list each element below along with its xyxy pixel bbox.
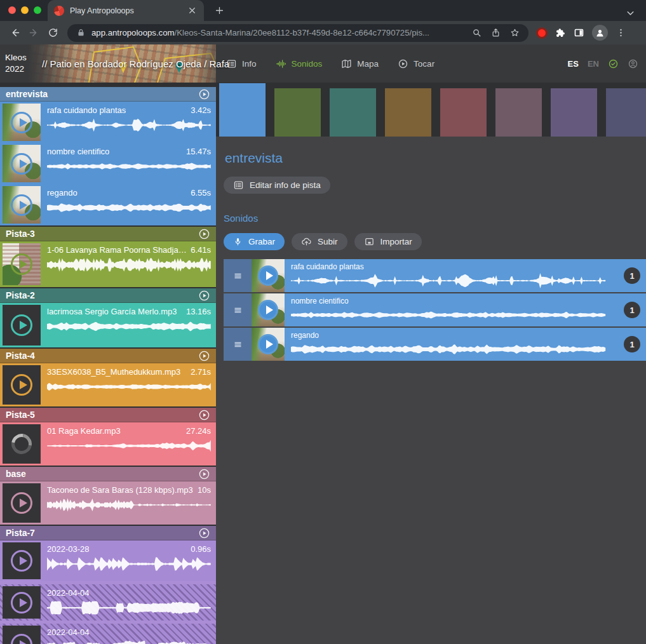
track-swatch[interactable] xyxy=(606,88,646,137)
tracks-sidebar: entrevista rafa cuidando plantas3.42s no… xyxy=(0,83,216,644)
tab-info[interactable]: Info xyxy=(226,58,257,69)
sound-row[interactable]: rafa cuidando plantas 1 xyxy=(224,259,646,292)
track-swatch-strip xyxy=(216,83,646,137)
sound-thumbnail[interactable] xyxy=(252,328,285,361)
audio-clip[interactable]: rafa cuidando plantas3.42s xyxy=(0,102,216,143)
upload-button[interactable]: Subir xyxy=(292,233,347,250)
drag-handle[interactable] xyxy=(224,328,252,361)
sound-row[interactable]: nombre cientifico 1 xyxy=(224,293,646,326)
track-play-button[interactable] xyxy=(198,350,210,362)
edit-track-info-button[interactable]: Editar info de pista xyxy=(224,177,330,194)
browser-tab[interactable]: Play Antropoloops xyxy=(48,0,204,21)
audio-clip[interactable]: 2022-04-04 xyxy=(0,581,216,621)
clip-thumbnail[interactable] xyxy=(3,542,41,579)
track-header[interactable]: Pista-5 xyxy=(0,408,216,422)
audio-clip[interactable]: 01 Raga Kedar.mp327.24s xyxy=(0,422,216,466)
audio-clip[interactable]: 33ESX6038_B5_Muthedukkum.mp32.71s xyxy=(0,363,216,406)
clip-thumbnail[interactable] xyxy=(3,305,41,345)
audio-clip[interactable]: regando6.55s xyxy=(0,184,216,225)
play-icon xyxy=(11,112,32,133)
side-panel-icon[interactable] xyxy=(574,27,584,38)
extension-cluster xyxy=(536,25,626,41)
track-header[interactable]: Pista-7 xyxy=(0,526,216,540)
drag-handle[interactable] xyxy=(224,259,252,292)
share-icon[interactable] xyxy=(491,28,501,37)
new-tab-button[interactable] xyxy=(210,1,228,19)
clip-thumbnail[interactable] xyxy=(3,586,41,619)
track-section-base: base Taconeo de Sara Baras (128 kbps).mp… xyxy=(0,467,216,525)
clip-thumbnail[interactable] xyxy=(3,243,41,285)
account-icon[interactable] xyxy=(628,58,638,69)
reload-button[interactable] xyxy=(43,23,62,43)
audio-clip[interactable]: nombre cientifico15.47s xyxy=(0,143,216,184)
track-play-button[interactable] xyxy=(198,290,210,302)
tab-search-chevron-icon[interactable] xyxy=(624,7,636,18)
lang-en-button[interactable]: EN xyxy=(588,59,599,69)
track-swatch[interactable] xyxy=(274,88,321,137)
audio-clip[interactable]: 2022-04-04 xyxy=(0,621,216,644)
track-swatch[interactable] xyxy=(330,88,376,137)
play-icon xyxy=(11,153,32,175)
track-play-button[interactable] xyxy=(198,409,210,421)
waveform xyxy=(47,380,211,394)
track-swatch[interactable] xyxy=(440,88,487,137)
sound-row[interactable]: regando 1 xyxy=(224,328,646,361)
audio-clip[interactable]: lacrimosa Sergio García Merlo.mp313.16s xyxy=(0,303,216,347)
clip-thumbnail[interactable] xyxy=(3,626,41,644)
track-swatch[interactable] xyxy=(385,88,431,137)
tab-close-icon[interactable] xyxy=(186,5,198,17)
track-play-button[interactable] xyxy=(198,527,210,539)
track-header[interactable]: Pista-2 xyxy=(0,288,216,303)
sound-thumbnail[interactable] xyxy=(252,293,285,326)
audio-clip[interactable]: Taconeo de Sara Baras (128 kbps).mp310s xyxy=(0,481,216,525)
track-header[interactable]: base xyxy=(0,467,216,481)
clip-thumbnail[interactable] xyxy=(3,145,41,182)
track-header[interactable]: entrevista xyxy=(0,87,216,102)
track-swatch[interactable] xyxy=(495,88,542,137)
browser-menu-kebab-icon[interactable] xyxy=(616,27,626,38)
sound-thumbnail[interactable] xyxy=(252,259,285,292)
clip-thumbnail[interactable] xyxy=(3,186,41,224)
track-play-button[interactable] xyxy=(198,228,210,240)
bookmark-star-icon[interactable] xyxy=(510,28,520,37)
record-button[interactable]: Grabar xyxy=(224,233,285,250)
track-swatch[interactable] xyxy=(551,88,597,137)
saved-check-icon[interactable] xyxy=(608,58,619,69)
track-swatch[interactable] xyxy=(219,83,266,137)
clip-thumbnail[interactable] xyxy=(3,424,41,464)
url-bar[interactable]: app.antropoloops.com/Kleos-Santa-Marina/… xyxy=(67,24,528,42)
sound-name: regando xyxy=(291,331,319,340)
import-box-icon xyxy=(364,236,375,247)
window-close-button[interactable] xyxy=(8,6,16,14)
clip-thumbnail[interactable] xyxy=(3,104,41,141)
extensions-puzzle-icon[interactable] xyxy=(555,27,566,38)
audio-clip[interactable]: 2022-03-280.96s xyxy=(0,540,216,581)
play-icon xyxy=(258,300,278,320)
back-button[interactable] xyxy=(5,23,24,43)
profile-avatar[interactable] xyxy=(592,25,608,41)
clip-thumbnail[interactable] xyxy=(3,365,41,405)
track-play-button[interactable] xyxy=(198,88,210,100)
sound-count-badge: 1 xyxy=(624,336,640,352)
tab-sonidos[interactable]: Sonidos xyxy=(276,58,323,69)
loading-spinner-icon xyxy=(8,430,36,459)
audio-clip[interactable]: 1-06 Lavanya Rama Poorna Shadjam Rupak..… xyxy=(0,241,216,287)
sounds-heading: Sonidos xyxy=(224,213,646,224)
window-minimize-button[interactable] xyxy=(21,6,29,14)
screen-recorder-extension-icon[interactable] xyxy=(536,27,548,39)
drag-handle[interactable] xyxy=(224,293,252,326)
forward-button[interactable] xyxy=(24,23,43,43)
import-button[interactable]: Importar xyxy=(354,233,422,250)
tab-mapa[interactable]: Mapa xyxy=(341,58,379,69)
app-logo[interactable]: Kleos 2022 xyxy=(5,52,27,75)
header-right-cluster: ES EN xyxy=(568,44,638,83)
tab-tocar[interactable]: Tocar xyxy=(398,58,434,69)
clip-thumbnail[interactable] xyxy=(3,483,41,523)
track-play-button[interactable] xyxy=(198,468,210,480)
track-header[interactable]: Pista-3 xyxy=(0,227,216,241)
zoom-page-icon[interactable] xyxy=(472,28,481,37)
window-zoom-button[interactable] xyxy=(34,6,41,14)
track-header[interactable]: Pista-4 xyxy=(0,349,216,363)
lang-es-button[interactable]: ES xyxy=(568,59,579,69)
drag-handle-icon xyxy=(232,305,243,316)
